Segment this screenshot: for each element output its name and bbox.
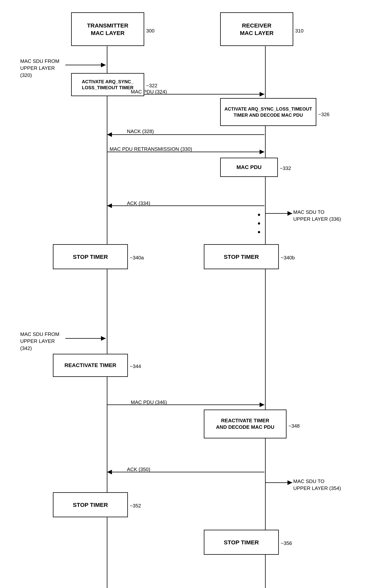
ack-label-334: ACK (334) [127, 200, 150, 207]
svg-marker-3 [260, 92, 264, 96]
ref-340b: ~340b [281, 255, 295, 261]
svg-marker-21 [101, 336, 106, 341]
svg-marker-13 [260, 402, 264, 407]
nack-label-328: NACK (328) [127, 128, 154, 135]
reactivate-decode-box-348: REACTIVATE TIMERAND DECODE MAC PDU [204, 410, 286, 438]
mac-sdu-to-label-354: MAC SDU TOUPPER LAYER (354) [293, 478, 341, 492]
transmitter-mac-layer-box: TRANSMITTER MAC LAYER [71, 12, 144, 46]
svg-marker-19 [101, 63, 106, 67]
stop-timer-box-352: STOP TIMER [53, 492, 128, 517]
ref-348: ~348 [288, 423, 300, 429]
ref-326: ~326 [318, 111, 330, 118]
ref-322: ~322 [146, 83, 158, 89]
stop-timer-box-356: STOP TIMER [204, 530, 279, 555]
svg-marker-9 [107, 203, 112, 208]
stop-timer-box-340a: STOP TIMER [53, 244, 128, 269]
stop-timer-box-340b: STOP TIMER [204, 244, 279, 269]
ref-352: ~352 [130, 503, 141, 509]
svg-marker-11 [287, 211, 292, 216]
receiver-mac-layer-box: RECEIVER MAC LAYER [220, 12, 293, 46]
activate-arq-decode-box-326: ACTIVATE ARQ_SYNC_LOSS_TIMEOUTTIMER AND … [220, 98, 316, 126]
mac-sdu-to-label-336: MAC SDU TOUPPER LAYER (336) [293, 209, 341, 223]
sequence-diagram: TRANSMITTER MAC LAYER 300 RECEIVER MAC L… [0, 0, 379, 588]
ref-332: ~332 [280, 165, 291, 171]
mac-pdu-box-332: MAC PDU [220, 158, 278, 177]
svg-marker-17 [287, 480, 292, 485]
mac-pdu-label-346: MAC PDU (346) [131, 399, 167, 406]
ref-310: 310 [295, 28, 303, 34]
ref-300: 300 [146, 28, 154, 34]
ref-340a: ~340a [130, 255, 144, 261]
mac-sdu-from-label-342: MAC SDU FROMUPPER LAYER(342) [20, 331, 59, 352]
svg-marker-7 [260, 150, 264, 154]
transmitter-label: TRANSMITTER MAC LAYER [87, 22, 128, 37]
ack-label-350: ACK (350) [127, 466, 150, 473]
svg-marker-15 [107, 470, 112, 474]
ref-356: ~356 [281, 540, 292, 546]
reactivate-timer-box-344: REACTIVATE TIMER [53, 354, 128, 377]
retrans-label-330: MAC PDU RETRANSMISSION (330) [110, 146, 192, 153]
svg-marker-5 [107, 132, 112, 137]
ref-344: ~344 [130, 363, 141, 369]
mac-sdu-from-label-320: MAC SDU FROMUPPER LAYER(320) [20, 58, 59, 79]
dots3: • [258, 227, 260, 237]
receiver-label: RECEIVER MAC LAYER [240, 22, 274, 37]
mac-pdu-label-324: MAC PDU (324) [131, 89, 167, 95]
